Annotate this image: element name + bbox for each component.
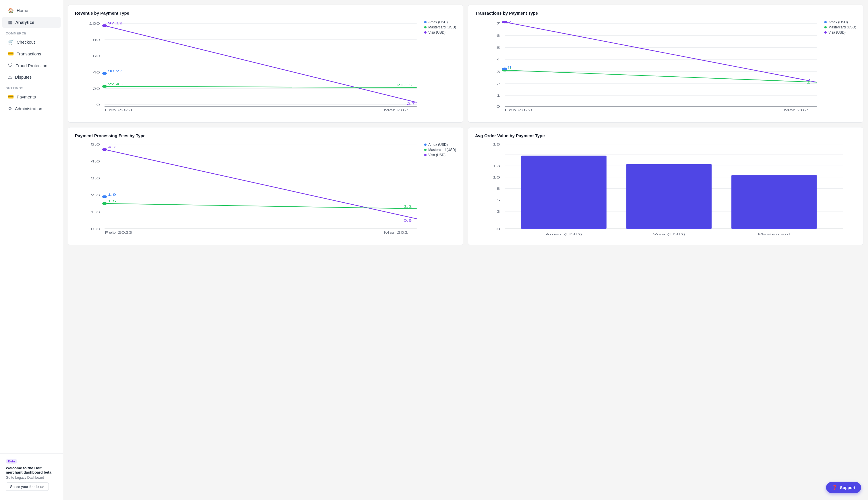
sidebar-item-label: Administration bbox=[15, 106, 42, 111]
avg-order-chart-title: Avg Order Value by Payment Type bbox=[475, 133, 856, 138]
revenue-chart-title: Revenue by Payment Type bbox=[75, 11, 456, 15]
visa-dot bbox=[424, 31, 426, 34]
transactions-chart-card: Transactions by Payment Type Amex (USD) … bbox=[468, 4, 864, 123]
avg-order-chart-inner: 15 13 10 8 5 3 0 Amex (USD) Visa (USD) bbox=[475, 143, 856, 240]
svg-text:60: 60 bbox=[92, 54, 100, 58]
svg-line-48 bbox=[505, 70, 817, 82]
svg-text:6: 6 bbox=[496, 34, 500, 37]
legend-amex-t: Amex (USD) bbox=[824, 20, 856, 24]
svg-point-20 bbox=[102, 85, 107, 88]
svg-text:5: 5 bbox=[496, 198, 500, 202]
support-label: Support bbox=[840, 485, 855, 490]
svg-text:1.5: 1.5 bbox=[108, 200, 116, 203]
svg-text:0: 0 bbox=[496, 227, 500, 231]
administration-icon: ⚙ bbox=[8, 106, 12, 111]
svg-text:Mar 202: Mar 202 bbox=[384, 231, 408, 235]
svg-text:3: 3 bbox=[496, 210, 500, 214]
svg-text:20: 20 bbox=[92, 87, 100, 90]
amex-dot-f bbox=[424, 144, 426, 146]
avg-order-svg: 15 13 10 8 5 3 0 Amex (USD) Visa (USD) bbox=[475, 143, 856, 240]
sidebar-item-payments[interactable]: 💳 Payments bbox=[2, 91, 60, 102]
support-icon: ❓ bbox=[832, 485, 837, 490]
svg-text:3: 3 bbox=[496, 70, 500, 74]
svg-text:22.45: 22.45 bbox=[108, 82, 123, 86]
svg-point-16 bbox=[102, 24, 107, 27]
svg-text:2.7: 2.7 bbox=[407, 102, 415, 105]
svg-text:0: 0 bbox=[96, 103, 100, 107]
svg-text:13: 13 bbox=[493, 164, 500, 168]
fraud-icon: 🛡 bbox=[8, 63, 13, 68]
home-icon: 🏠 bbox=[8, 8, 14, 13]
svg-text:15: 15 bbox=[493, 143, 500, 146]
svg-text:Mastercard: Mastercard bbox=[758, 232, 790, 236]
svg-text:97.19: 97.19 bbox=[108, 22, 123, 25]
svg-text:Mar 202: Mar 202 bbox=[384, 108, 408, 112]
sidebar-item-label: Checkout bbox=[16, 39, 35, 45]
transactions-svg: 7 6 5 4 3 2 1 0 Feb 2023 Mar 202 bbox=[475, 20, 856, 118]
visa-label-f: Visa (USD) bbox=[428, 153, 445, 157]
legend-mastercard: Mastercard (USD) bbox=[424, 25, 456, 29]
legend-mc-t: Mastercard (USD) bbox=[824, 25, 856, 29]
sidebar-item-disputes[interactable]: ⚠ Disputes bbox=[2, 71, 60, 83]
avg-order-chart-card: Avg Order Value by Payment Type 15 13 10 bbox=[468, 127, 864, 245]
beta-badge: Beta bbox=[6, 459, 17, 464]
svg-text:38.27: 38.27 bbox=[108, 70, 123, 73]
svg-point-23 bbox=[102, 72, 107, 75]
revenue-legend: Amex (USD) Mastercard (USD) Visa (USD) bbox=[424, 20, 456, 34]
svg-line-73 bbox=[104, 204, 417, 209]
mastercard-label: Mastercard (USD) bbox=[428, 25, 456, 29]
sidebar-item-administration[interactable]: ⚙ Administration bbox=[2, 103, 60, 114]
revenue-chart-inner: Amex (USD) Mastercard (USD) Visa (USD) bbox=[75, 20, 456, 118]
svg-text:1: 1 bbox=[496, 94, 500, 98]
svg-rect-99 bbox=[731, 175, 816, 229]
svg-text:3: 3 bbox=[508, 66, 511, 69]
sidebar-bottom: Beta Welcome to the Bolt merchant dashbo… bbox=[0, 454, 63, 496]
legend-visa-t: Visa (USD) bbox=[824, 31, 856, 34]
amex-dot-t bbox=[824, 21, 827, 23]
svg-text:2: 2 bbox=[807, 81, 810, 84]
svg-text:7: 7 bbox=[496, 22, 500, 25]
svg-text:4.0: 4.0 bbox=[91, 160, 100, 163]
sidebar-item-checkout[interactable]: 🛒 Checkout bbox=[2, 36, 60, 48]
svg-text:0.0: 0.0 bbox=[91, 227, 100, 231]
transactions-chart-title: Transactions by Payment Type bbox=[475, 11, 856, 15]
visa-dot-t bbox=[824, 31, 827, 34]
svg-text:21.15: 21.15 bbox=[397, 83, 412, 87]
legend-visa-f: Visa (USD) bbox=[424, 153, 456, 157]
svg-text:4.7: 4.7 bbox=[108, 146, 116, 149]
sidebar-item-analytics[interactable]: ▦ Analytics bbox=[2, 16, 60, 28]
svg-text:4: 4 bbox=[496, 58, 500, 62]
mc-dot-t bbox=[824, 26, 827, 29]
sidebar-item-label: Transactions bbox=[16, 52, 41, 56]
svg-text:7: 7 bbox=[508, 21, 511, 24]
svg-text:80: 80 bbox=[92, 38, 100, 42]
svg-text:40: 40 bbox=[92, 71, 100, 74]
fees-svg: 5.0 4.0 3.0 2.0 1.0 0.0 Feb 2023 Mar 202… bbox=[75, 143, 456, 240]
sidebar-item-home[interactable]: 🏠 Home bbox=[2, 5, 60, 16]
amex-label-f: Amex (USD) bbox=[428, 143, 447, 147]
revenue-chart-card: Revenue by Payment Type Amex (USD) Maste… bbox=[68, 4, 463, 123]
legacy-dashboard-link[interactable]: Go to Legacy Dashboard bbox=[6, 476, 57, 480]
amex-label-t: Amex (USD) bbox=[828, 20, 848, 24]
svg-text:Visa (USD): Visa (USD) bbox=[653, 232, 685, 236]
svg-point-52 bbox=[502, 67, 507, 70]
support-button[interactable]: ❓ Support bbox=[826, 482, 861, 493]
visa-label-t: Visa (USD) bbox=[828, 31, 846, 34]
fees-chart-card: Payment Processing Fees by Type Amex (US… bbox=[68, 127, 463, 245]
svg-text:1.9: 1.9 bbox=[108, 193, 116, 196]
amex-dot bbox=[424, 21, 426, 23]
mc-dot-f bbox=[424, 149, 426, 151]
charts-grid: Revenue by Payment Type Amex (USD) Maste… bbox=[68, 4, 864, 245]
settings-section-label: SETTINGS bbox=[0, 83, 63, 91]
sidebar-item-fraud[interactable]: 🛡 Fraud Protection bbox=[2, 60, 60, 71]
svg-text:0.6: 0.6 bbox=[403, 219, 412, 222]
sidebar: 🏠 Home ▦ Analytics COMMERCE 🛒 Checkout 💳… bbox=[0, 0, 63, 500]
svg-text:Mar 202: Mar 202 bbox=[784, 108, 808, 112]
transactions-icon: 💳 bbox=[8, 51, 14, 57]
sidebar-item-transactions[interactable]: 💳 Transactions bbox=[2, 48, 60, 59]
svg-text:1.0: 1.0 bbox=[91, 211, 100, 214]
fees-legend: Amex (USD) Mastercard (USD) Visa (USD) bbox=[424, 143, 456, 157]
feedback-button[interactable]: Share your feedback bbox=[6, 482, 49, 491]
transactions-legend: Amex (USD) Mastercard (USD) Visa (USD) bbox=[824, 20, 856, 34]
analytics-icon: ▦ bbox=[8, 20, 12, 25]
